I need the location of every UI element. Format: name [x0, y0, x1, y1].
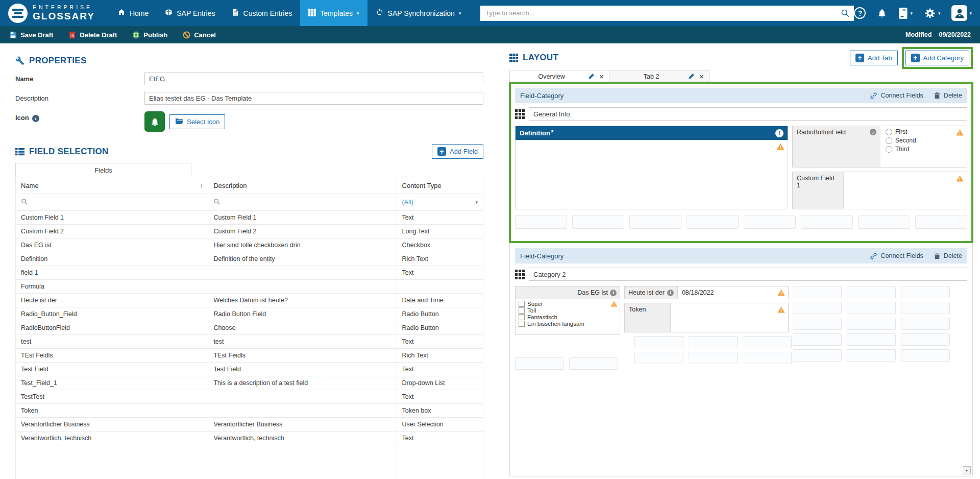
- close-icon[interactable]: ×: [599, 73, 604, 80]
- publish-button[interactable]: Publish: [132, 31, 167, 39]
- empty-field-slot[interactable]: [847, 318, 896, 330]
- table-row[interactable]: Test FieldTest FieldText: [16, 363, 483, 376]
- empty-field-slot[interactable]: [793, 333, 842, 346]
- date-input[interactable]: 08/18/2022: [678, 286, 789, 299]
- search-input[interactable]: [480, 6, 854, 21]
- sort-ascending-icon[interactable]: ↑: [200, 182, 203, 189]
- radio-circle-icon[interactable]: [886, 137, 892, 144]
- name-field[interactable]: [144, 73, 483, 85]
- edit-pencil-icon[interactable]: [688, 73, 695, 80]
- checkbox-icon[interactable]: [519, 321, 525, 327]
- delete-category-button[interactable]: Delete: [934, 252, 962, 259]
- empty-field-slot[interactable]: [793, 349, 842, 362]
- token-field[interactable]: Token: [624, 303, 789, 332]
- filter-description-cell[interactable]: [208, 194, 397, 211]
- empty-field-slot[interactable]: [515, 215, 567, 229]
- empty-field-slot[interactable]: [901, 318, 950, 330]
- nav-item-sap-entries[interactable]: SAP Entries: [157, 0, 223, 26]
- description-field[interactable]: [144, 92, 483, 105]
- user-menu-button[interactable]: ▾: [951, 5, 972, 21]
- radio-button-field[interactable]: RadioButtonField i FirstSecondThird: [792, 126, 967, 167]
- checkbox-icon[interactable]: [519, 307, 525, 314]
- delete-draft-button[interactable]: Delete Draft: [68, 31, 117, 39]
- column-header-description[interactable]: Description: [208, 177, 397, 194]
- empty-field-slot[interactable]: [744, 215, 796, 229]
- settings-button[interactable]: ▾: [924, 7, 941, 19]
- empty-field-slot[interactable]: [634, 352, 683, 364]
- table-row[interactable]: TokenToken box: [16, 404, 483, 418]
- cancel-button[interactable]: Cancel: [183, 31, 216, 39]
- tab-fields[interactable]: Fields: [15, 163, 191, 177]
- table-row[interactable]: testtestText: [16, 335, 483, 349]
- checkbox-icon[interactable]: [519, 314, 525, 320]
- tab-2[interactable]: Tab 2 ×: [609, 70, 709, 83]
- date-field[interactable]: Heute ist der i 08/18/2022: [624, 286, 789, 299]
- filter-content-type-cell[interactable]: (All)▾: [397, 194, 483, 211]
- delete-category-button[interactable]: Delete: [934, 92, 962, 99]
- radio-option[interactable]: Second: [886, 137, 962, 144]
- table-row[interactable]: Verantwortlich, technischVerantwortlich,…: [16, 432, 483, 445]
- empty-field-slot[interactable]: [743, 336, 792, 348]
- empty-field-slot[interactable]: [793, 286, 842, 298]
- table-row[interactable]: Formula: [16, 280, 483, 294]
- close-icon[interactable]: ×: [699, 73, 704, 80]
- radio-circle-icon[interactable]: [886, 146, 892, 153]
- empty-field-slot[interactable]: [901, 286, 950, 298]
- table-row[interactable]: Radio_Button_FieldRadio Button FieldRadi…: [16, 307, 483, 321]
- empty-field-slot[interactable]: [629, 215, 681, 229]
- checkbox-option[interactable]: Ein bisschen langsam: [519, 321, 617, 327]
- empty-field-slot[interactable]: [793, 302, 842, 314]
- table-row[interactable]: Custom Field 2Custom Field 2Long Text: [16, 225, 483, 238]
- empty-field-slot[interactable]: [743, 352, 792, 364]
- empty-field-slot[interactable]: [847, 349, 896, 362]
- tab-overview[interactable]: Overview ×: [509, 70, 609, 83]
- category-name-input[interactable]: [529, 268, 967, 281]
- edit-pencil-icon[interactable]: [588, 73, 595, 80]
- app-brand[interactable]: ENTERPRISE GLOSSARY: [8, 4, 95, 23]
- custom-field-1[interactable]: Custom Field 1: [792, 172, 967, 209]
- checkbox-field[interactable]: Das EG ist i SuperTollFantastischEin bis…: [515, 286, 620, 335]
- add-field-button[interactable]: + Add Field: [432, 144, 483, 159]
- definition-field[interactable]: Definition * i: [515, 126, 788, 209]
- scroll-down-button[interactable]: ▾: [963, 466, 971, 474]
- search-icon[interactable]: [841, 9, 850, 18]
- table-row[interactable]: RadioButtonFieldChooseRadio Button: [16, 321, 483, 335]
- empty-field-slot[interactable]: [847, 333, 896, 346]
- drag-handle-icon[interactable]: [515, 270, 525, 279]
- table-row[interactable]: Custom Field 1Custom Field 1Text: [16, 211, 483, 225]
- table-row[interactable]: TestTestText: [16, 390, 483, 404]
- checkbox-option[interactable]: Toll: [519, 307, 617, 314]
- checkbox-icon[interactable]: [519, 301, 525, 307]
- add-category-button[interactable]: + Add Category: [905, 51, 970, 65]
- table-row[interactable]: Das EG istHier sind tolle checkboxen dri…: [16, 238, 483, 252]
- table-row[interactable]: field 1Text: [16, 266, 483, 280]
- nav-item-sap-synchronization[interactable]: SAP Synchronization ▾: [368, 0, 470, 26]
- empty-field-slot[interactable]: [901, 302, 950, 314]
- empty-field-slot[interactable]: [572, 215, 624, 229]
- filter-name-cell[interactable]: [16, 194, 208, 211]
- connect-fields-button[interactable]: Connect Fields: [870, 92, 923, 100]
- empty-field-slot[interactable]: [689, 336, 738, 348]
- nav-item-templates[interactable]: Templates ▾: [300, 0, 367, 26]
- empty-field-slot[interactable]: [901, 349, 950, 362]
- save-draft-button[interactable]: Save Draft: [9, 31, 53, 39]
- select-icon-button[interactable]: Select Icon: [169, 114, 225, 129]
- empty-field-slot[interactable]: [793, 318, 842, 330]
- empty-field-slot[interactable]: [915, 215, 967, 229]
- empty-field-slot[interactable]: [858, 215, 910, 229]
- column-header-content-type[interactable]: Content Type: [397, 177, 483, 194]
- help-button[interactable]: ?: [854, 7, 866, 19]
- filter-all-link[interactable]: (All): [402, 199, 413, 206]
- empty-field-slot[interactable]: [689, 352, 738, 364]
- radio-circle-icon[interactable]: [886, 129, 892, 135]
- table-row[interactable]: TEst FeidlsTEst FeidlsRich Text: [16, 349, 483, 363]
- empty-field-slot[interactable]: [569, 357, 618, 370]
- table-row[interactable]: Heute ist derWelches Datum ist heute?Dat…: [16, 294, 483, 307]
- empty-field-slot[interactable]: [901, 333, 950, 346]
- empty-field-slot[interactable]: [847, 286, 896, 298]
- nav-item-home[interactable]: Home: [109, 0, 157, 26]
- radio-option[interactable]: First: [886, 128, 962, 135]
- table-row[interactable]: DefinitionDefinition of the entityRich T…: [16, 252, 483, 266]
- notifications-button[interactable]: [877, 8, 887, 18]
- category-name-input[interactable]: [529, 107, 967, 121]
